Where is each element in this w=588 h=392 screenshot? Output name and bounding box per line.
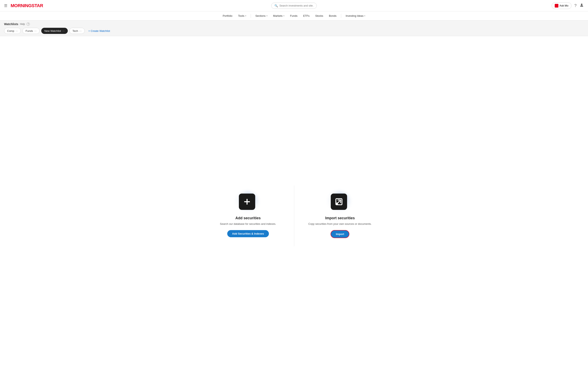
search-icon: 🔍: [274, 4, 278, 7]
import-securities-icon-square: [331, 194, 347, 210]
nav-etfs[interactable]: ETFs: [301, 13, 312, 19]
ask-mo-icon: [555, 4, 558, 8]
import-securities-title: Import securities: [325, 216, 355, 220]
svg-point-0: [581, 4, 582, 5]
logo-text: MORNINGSTAR: [10, 3, 43, 8]
nav-stocks[interactable]: Stocks: [313, 13, 326, 19]
tab-funds-label: Funds: [26, 30, 33, 32]
import-button[interactable]: Import: [330, 230, 349, 238]
user-icon[interactable]: [580, 3, 584, 8]
tab-new-watchlist[interactable]: New Watchlist ···: [41, 28, 68, 34]
tab-comp-label: Comp: [7, 30, 14, 32]
add-securities-icon-wrapper: [239, 194, 257, 212]
tab-tech[interactable]: Tech ···: [70, 28, 85, 34]
tab-funds[interactable]: Funds ···: [22, 28, 40, 34]
search-bar: 🔍: [271, 3, 317, 9]
ask-mo-label: Ask Mo: [560, 4, 568, 7]
nav-sections[interactable]: Sections ▾: [253, 13, 270, 19]
add-securities-panel: Add securities Search our database for s…: [202, 186, 294, 246]
nav-investing-ideas[interactable]: Investing Ideas ▾: [343, 13, 368, 19]
actions-container: Add securities Search our database for s…: [202, 186, 386, 246]
watchlists-header: Watchlists Help ?: [4, 22, 584, 26]
tab-comp-dots[interactable]: ···: [16, 29, 18, 32]
add-securities-desc: Search our database for securities and i…: [220, 222, 276, 226]
add-securities-button[interactable]: Add Securities & Indexes: [227, 230, 269, 237]
nav-bonds[interactable]: Bonds: [326, 13, 339, 19]
chevron-down-icon: ▾: [364, 15, 365, 17]
ask-mo-button[interactable]: Ask Mo: [552, 2, 572, 9]
watchlists-bar: Watchlists Help ? Comp ··· Funds ··· New…: [0, 20, 588, 36]
tab-new-watchlist-dots[interactable]: ···: [62, 29, 65, 32]
chevron-down-icon: ▾: [245, 15, 246, 17]
add-securities-title: Add securities: [236, 216, 261, 220]
tab-new-watchlist-label: New Watchlist: [44, 30, 61, 32]
chevron-down-icon: ▾: [284, 15, 284, 17]
import-icon: [335, 198, 343, 206]
top-right-actions: Ask Mo ?: [552, 2, 584, 9]
create-watchlist-button[interactable]: + Create Watchlist: [86, 28, 112, 34]
watchlists-title: Watchlists: [4, 22, 18, 26]
tab-funds-dots[interactable]: ···: [34, 29, 37, 32]
import-securities-panel: Import securities Copy securities from y…: [294, 186, 386, 246]
tab-tech-label: Tech: [72, 30, 78, 32]
nav-portfolio[interactable]: Portfolio: [220, 13, 235, 19]
watchlist-tabs: Comp ··· Funds ··· New Watchlist ··· Tec…: [4, 28, 584, 34]
main-nav: Portfolio Tools ▾ Sections ▾ Markets ▾ F…: [0, 12, 588, 20]
chevron-down-icon: ▾: [266, 15, 268, 17]
nav-markets[interactable]: Markets ▾: [271, 13, 287, 19]
nav-tools[interactable]: Tools ▾: [236, 13, 248, 19]
logo[interactable]: MORNINGSTAR: [10, 3, 43, 8]
main-content: Add securities Search our database for s…: [0, 36, 588, 392]
plus-icon: [243, 198, 251, 206]
top-bar: ☰ MORNINGSTAR 🔍 Ask Mo ?: [0, 0, 588, 12]
nav-funds[interactable]: Funds: [288, 13, 300, 19]
search-input[interactable]: [280, 4, 314, 7]
tab-tech-dots[interactable]: ···: [79, 29, 82, 32]
help-label: Help: [20, 23, 25, 26]
nav-separator-1: [251, 14, 251, 18]
import-securities-icon-wrapper: [331, 194, 349, 212]
import-securities-desc: Copy securities from your own sources or…: [308, 222, 372, 226]
add-securities-icon-square: [239, 194, 255, 210]
tab-comp[interactable]: Comp ···: [4, 28, 21, 34]
hamburger-icon[interactable]: ☰: [4, 4, 7, 8]
help-icon[interactable]: ?: [574, 3, 576, 8]
help-circle-icon[interactable]: ?: [26, 22, 30, 26]
nav-separator-2: [341, 14, 341, 18]
